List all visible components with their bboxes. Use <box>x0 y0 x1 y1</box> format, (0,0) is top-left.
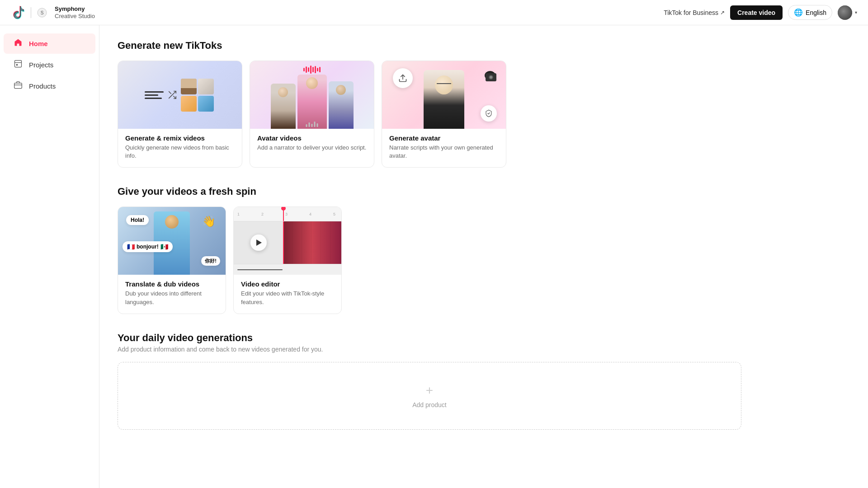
add-product-label: Add product <box>412 401 447 408</box>
section2-title: Give your videos a fresh spin <box>118 186 850 197</box>
products-icon <box>13 80 24 92</box>
svg-rect-4 <box>16 64 18 66</box>
video-editor-desc: Edit your video with TikTok-style featur… <box>241 290 334 306</box>
video-strip <box>234 221 341 264</box>
nihao-bubble: 你好! <box>201 256 220 266</box>
video-editor-image: 1 2 3 <box>234 207 341 275</box>
svg-rect-2 <box>15 61 22 67</box>
translate-dub-image: 👋 Hola! 🇫🇷 bonjour! 🇲🇽 你好! <box>118 207 226 275</box>
editor-preview: 1 2 3 <box>234 207 341 275</box>
generate-remix-card[interactable]: Generate & remix videos Quickly generate… <box>118 61 242 168</box>
avatar-image <box>838 5 852 20</box>
generate-remix-body: Generate & remix videos Quickly generate… <box>118 129 242 167</box>
sidebar: Home Projects Products <box>0 25 99 488</box>
play-triangle-icon <box>256 239 262 246</box>
add-product-box[interactable]: + Add product <box>118 362 741 430</box>
shield-icon-area <box>481 105 497 122</box>
top-cards-grid: Generate & remix videos Quickly generate… <box>118 61 506 168</box>
translate-dub-desc: Dub your videos into different languages… <box>125 290 218 306</box>
photo-collage <box>181 79 215 112</box>
external-link-icon: ↗ <box>720 9 725 16</box>
progress-indicator <box>237 269 283 270</box>
generate-avatar-card[interactable]: Generate avatar Narrate scripts with you… <box>382 61 506 168</box>
timeline: 1 2 3 <box>234 207 341 221</box>
avatar-videos-card[interactable]: Avatar videos Add a narrator to deliver … <box>250 61 374 168</box>
upload-icon-area <box>393 68 413 88</box>
app-body: Home Projects Products Generate new TikT… <box>0 25 868 488</box>
header-divider <box>31 7 31 18</box>
bottom-audio-bars <box>306 122 318 127</box>
user-avatar-button[interactable] <box>838 5 852 20</box>
generate-avatar-title: Generate avatar <box>389 134 499 142</box>
translate-dub-title: Translate & dub videos <box>125 280 218 288</box>
generate-avatar-image <box>382 61 506 129</box>
tiktok-for-business-link[interactable]: TikTok for Business ↗ <box>664 9 725 16</box>
home-icon <box>13 38 24 49</box>
brand-name: Symphony Creative Studio <box>55 5 95 19</box>
header-left: S Symphony Creative Studio <box>11 5 95 20</box>
sidebar-item-home[interactable]: Home <box>4 33 95 54</box>
avatar-videos-body: Avatar videos Add a narrator to deliver … <box>250 129 374 159</box>
header: S Symphony Creative Studio TikTok for Bu… <box>0 0 868 25</box>
video-editor-card[interactable]: 1 2 3 <box>233 206 342 314</box>
avatar-videos-image <box>250 61 374 129</box>
sidebar-item-home-label: Home <box>29 40 48 47</box>
main-content: Generate new TikToks <box>99 25 868 488</box>
generate-avatar-body: Generate avatar Narrate scripts with you… <box>382 129 506 167</box>
camera-icon <box>474 66 497 89</box>
svg-rect-5 <box>14 83 22 89</box>
svg-text:S: S <box>41 10 44 15</box>
sidebar-item-products[interactable]: Products <box>4 76 95 96</box>
mock-text-lines <box>145 91 164 99</box>
header-right: TikTok for Business ↗ Create video 🌐 Eng… <box>664 5 857 20</box>
avatar-videos-desc: Add a narrator to deliver your video scr… <box>257 144 367 152</box>
upload-icon <box>398 74 407 83</box>
camera-icon-area <box>474 66 497 91</box>
bottom-cards-grid: 👋 Hola! 🇫🇷 bonjour! 🇲🇽 你好! Tra <box>118 206 850 314</box>
audio-waveform <box>303 66 321 74</box>
daily-video-subtitle: Add product information and come back to… <box>118 346 850 353</box>
play-button[interactable] <box>250 235 267 251</box>
timeline-cursor-head <box>281 207 286 211</box>
timeline-cursor <box>283 207 284 221</box>
video-editor-body: Video editor Edit your video with TikTok… <box>234 275 341 313</box>
wave-emoji: 👋 <box>202 215 216 228</box>
translate-dub-card[interactable]: 👋 Hola! 🇫🇷 bonjour! 🇲🇽 你好! Tra <box>118 206 226 314</box>
user-avatar-area[interactable]: ▾ <box>838 5 857 20</box>
section1-title: Generate new TikToks <box>118 40 850 52</box>
video-editor-title: Video editor <box>241 280 334 288</box>
daily-video-title: Your daily video generations <box>118 332 850 344</box>
sidebar-item-projects-label: Projects <box>29 61 53 69</box>
chevron-down-icon: ▾ <box>855 10 857 15</box>
shuffle-icon <box>167 90 177 100</box>
avatar-videos-title: Avatar videos <box>257 134 367 142</box>
projects-icon <box>13 59 24 70</box>
shield-check-icon <box>485 109 493 117</box>
symphony-icon: S <box>37 7 47 18</box>
svg-point-11 <box>490 76 492 79</box>
generate-remix-image <box>118 61 242 129</box>
language-selector[interactable]: 🌐 English <box>788 5 832 20</box>
avatar-person <box>424 70 464 129</box>
translate-dub-body: Translate & dub videos Dub your videos i… <box>118 275 226 313</box>
bonjour-bubble: 🇫🇷 bonjour! 🇲🇽 <box>123 241 173 252</box>
generate-remix-desc: Quickly generate new videos from basic i… <box>125 144 235 160</box>
editor-bottom-bar <box>234 264 341 275</box>
sidebar-item-products-label: Products <box>29 82 56 90</box>
video-cursor-line <box>283 221 284 264</box>
daily-video-section: Your daily video generations Add product… <box>118 332 850 430</box>
globe-icon: 🌐 <box>794 8 803 17</box>
generate-avatar-desc: Narrate scripts with your own generated … <box>389 144 499 160</box>
generate-remix-title: Generate & remix videos <box>125 134 235 142</box>
sidebar-item-projects[interactable]: Projects <box>4 55 95 75</box>
hola-bubble: Hola! <box>126 215 149 225</box>
add-product-plus-icon: + <box>426 383 433 398</box>
create-video-button[interactable]: Create video <box>730 5 783 20</box>
tiktok-logo-icon <box>11 5 25 20</box>
avatar-people <box>250 75 374 129</box>
